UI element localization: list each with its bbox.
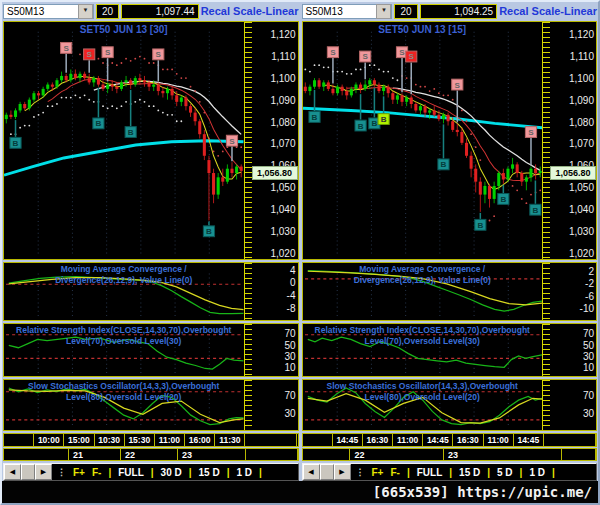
range-button-15d[interactable]: 15 D (459, 467, 480, 478)
svg-text:B: B (380, 115, 386, 124)
range-button-30d[interactable]: 30 D (161, 467, 182, 478)
bottom-strip: [665x539] https://upic.me/ (2, 481, 598, 503)
price-tick-label: 1,070 (270, 138, 295, 149)
time-cell (303, 434, 333, 447)
svg-text:S: S (528, 128, 534, 137)
chevron-down-icon[interactable]: ▼ (376, 4, 391, 19)
indicator-tick-label: -10 (580, 303, 594, 314)
rsi-canvas (303, 324, 543, 376)
price-tick-label: 1,030 (569, 226, 594, 237)
symbol-select[interactable]: S50M13 ▼ (3, 4, 94, 19)
svg-text:S: S (63, 44, 69, 53)
rsi-panel: Relative Strength Index(CLOSE,14,30,70),… (3, 323, 299, 377)
buy-signal-marker: B (354, 120, 365, 131)
range-button-1d[interactable]: 1 D (236, 467, 252, 478)
stochastics-ruler (542, 380, 550, 429)
time-cell (544, 434, 596, 447)
sell-signal-marker: S (405, 51, 416, 62)
symbol-value: S50M13 (306, 6, 343, 17)
stochastics-plot-area: Slow Stochastics Oscillator(14,3,3),Over… (303, 380, 543, 429)
price-plot-area[interactable]: SET50 JUN 13 [15] SSSSSSBBBBBBBB (303, 22, 543, 259)
rsi-panel: Relative Strength Index(CLOSE,14,30,70),… (302, 323, 598, 377)
price-chart: SET50 JUN 13 [30] SSSSSBBBB 1,1201,1101,… (3, 21, 299, 260)
chart-panel-15min: S50M13 ▼ 20 1,094.25 Recal Scale-Linear … (302, 3, 598, 481)
panel-toolbar: ◀ ▶ ⋮ F+F-|FULL|15 D|5 D|1 D| (302, 463, 598, 481)
scroll-right-icon[interactable]: ▶ (334, 464, 351, 480)
range-button-f-[interactable]: F- (92, 467, 101, 478)
stochastics-canvas (4, 380, 244, 429)
range-button-5d[interactable]: 5 D (497, 467, 513, 478)
range-button-f-[interactable]: F- (390, 467, 399, 478)
indicator-tick-label: 4 (290, 265, 296, 276)
indicator-tick-label: -2 (585, 278, 594, 289)
svg-text:S: S (454, 80, 460, 89)
scrollbar-thumb[interactable] (320, 464, 334, 480)
svg-text:B: B (357, 121, 363, 130)
scroll-left-icon[interactable]: ◀ (4, 464, 21, 480)
time-cell (245, 434, 297, 447)
chevron-down-icon[interactable]: ▼ (78, 4, 93, 19)
recal-scale-link[interactable]: Recal Scale-Linear (201, 5, 299, 17)
range-menu: ⋮ F+F-|FULL|30 D|15 D|1 D| (52, 464, 298, 480)
interval-input[interactable]: 20 (394, 4, 417, 19)
panel-toolbar: ◀ ▶ ⋮ F+F-|FULL|30 D|15 D|1 D| (3, 463, 299, 481)
price-tick-label: 1,020 (270, 248, 295, 259)
indicator-tick-label: -4 (287, 290, 296, 301)
svg-text:B: B (477, 221, 483, 230)
time-cell: 16:30 (453, 434, 483, 447)
scrollbar-thumb[interactable] (21, 464, 35, 480)
recal-scale-link[interactable]: Recal Scale-Linear (499, 5, 597, 17)
svg-text:S: S (330, 48, 336, 57)
range-button-1d[interactable]: 1 D (529, 467, 545, 478)
time-cell: 10:30 (95, 434, 125, 447)
range-button-full[interactable]: FULL (118, 467, 144, 478)
range-button-full[interactable]: FULL (417, 467, 443, 478)
time-cell: 11:00 (393, 434, 423, 447)
indicator-tick-label: 30 (583, 408, 594, 419)
time-cell: 14:45 (333, 434, 363, 447)
stochastics-plot-area: Slow Stochastics Oscillator(14,3,3),Over… (4, 380, 244, 429)
candlestick-canvas: SSSSSBBBB (4, 22, 244, 259)
scroll-right-icon[interactable]: ▶ (35, 464, 52, 480)
svg-text:B: B (13, 139, 19, 148)
scroll-left-icon[interactable]: ◀ (303, 464, 320, 480)
horizontal-scrollbar[interactable]: ◀ ▶ (4, 464, 52, 480)
menu-separator: | (552, 467, 555, 478)
grip-icon: ⋮ (356, 467, 365, 477)
range-button-f+[interactable]: F+ (73, 467, 85, 478)
price-tick-label: 1,040 (270, 204, 295, 215)
symbol-select[interactable]: S50M13 ▼ (302, 4, 393, 19)
sell-signal-marker: S (451, 79, 462, 90)
indicator-tick-label: 10 (583, 362, 594, 373)
horizontal-scrollbar[interactable]: ◀ ▶ (303, 464, 351, 480)
range-button-f+[interactable]: F+ (372, 467, 384, 478)
time-cell: 14:45 (423, 434, 453, 447)
range-button-15d[interactable]: 15 D (199, 467, 220, 478)
time-axis-row: 10:0015:0010:3015:3011:0016:0011:30 (3, 433, 299, 448)
price-tick-label: 1,100 (569, 73, 594, 84)
svg-text:S: S (105, 48, 111, 57)
price-tick-label: 1,090 (569, 95, 594, 106)
macd-plot-area: Moving Average Convergence / Divergence(… (4, 263, 244, 320)
svg-text:S: S (408, 52, 414, 61)
menu-separator: | (151, 467, 154, 478)
menu-separator: | (189, 467, 192, 478)
buy-signal-marker: B (10, 137, 21, 148)
date-cell (246, 449, 298, 460)
price-axis: 1,1201,1101,1001,0901,0801,0701,0601,050… (550, 22, 596, 259)
buy-signal-marker: B (378, 113, 389, 124)
range-menu: ⋮ F+F-|FULL|15 D|5 D|1 D| (351, 464, 597, 480)
interval-input[interactable]: 20 (96, 4, 119, 19)
time-axis-row: 14:4516:3011:0014:4516:3011:0014:45 (302, 433, 598, 448)
date-cell (303, 449, 351, 460)
stochastics-ruler (244, 380, 252, 429)
time-cell: 10:00 (34, 434, 64, 447)
price-tick-label: 1,020 (569, 248, 594, 259)
last-price-tag: 1,056.80 (252, 166, 298, 180)
price-tick-label: 1,080 (270, 117, 295, 128)
buy-signal-marker: B (529, 204, 540, 215)
svg-text:S: S (399, 48, 405, 57)
price-plot-area[interactable]: SET50 JUN 13 [30] SSSSSBBBB (4, 22, 244, 259)
stochastics-axis: 7030 (550, 380, 596, 429)
price-ruler (542, 22, 550, 259)
